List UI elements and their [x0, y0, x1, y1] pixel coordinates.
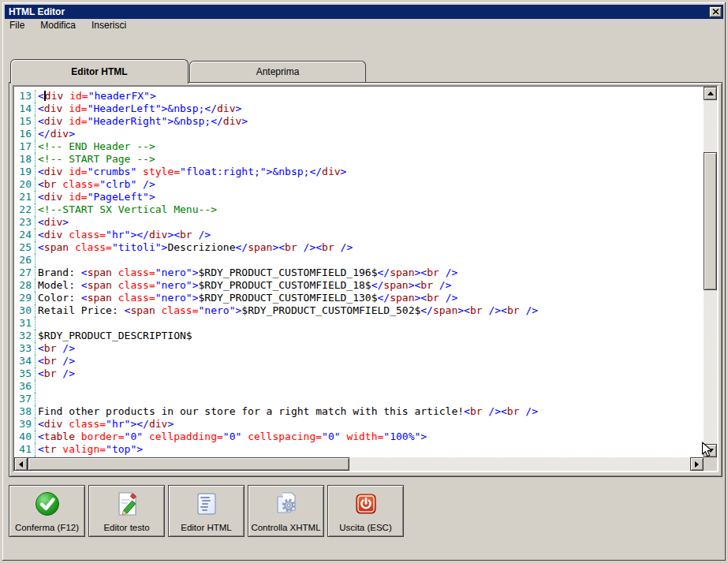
check-xhtml-gear-icon	[273, 490, 300, 518]
code-editor[interactable]: 13<div id="headerFX">14<div id="HeaderLe…	[13, 85, 719, 472]
code-line[interactable]: 20<br class="clrb" />	[14, 178, 704, 191]
editor-html-label: Editor HTML	[181, 523, 232, 532]
code-line[interactable]: 26	[14, 254, 704, 267]
scroll-up-button[interactable]	[704, 87, 717, 100]
menu-modifica[interactable]: Modifica	[35, 19, 80, 32]
editor-html-button[interactable]: Editor HTML	[168, 485, 245, 537]
code-line-content: $RDY_PRODUCT_DESCRIPTION$	[35, 330, 192, 342]
tab-editor-html[interactable]: Editor HTML	[10, 59, 189, 84]
code-line[interactable]: 32$RDY_PRODUCT_DESCRIPTION$	[14, 330, 704, 342]
menu-inserisci[interactable]: Inserisci	[87, 19, 131, 32]
code-line-content: <div class="hr"></div><br />	[35, 229, 211, 241]
code-line-content: <br class="clrb" />	[35, 178, 155, 191]
line-number: 36	[14, 380, 35, 393]
exit-power-icon	[353, 490, 379, 518]
line-number: 22	[14, 203, 35, 216]
line-number: 23	[14, 216, 35, 229]
code-line[interactable]: 13<div id="headerFX">	[14, 90, 704, 103]
line-number: 41	[14, 443, 35, 456]
code-line-content: <tr valign="top">	[35, 443, 143, 456]
code-line[interactable]: 17<!-- END Header -->	[14, 140, 704, 153]
conferma-label: Conferma (F12)	[15, 523, 79, 532]
line-number: 38	[14, 405, 35, 418]
code-line-content: Retail Price: <span class="nero">$RDY_PR…	[35, 304, 538, 317]
code-line-content	[35, 393, 38, 405]
code-line[interactable]: 16</div>	[14, 128, 704, 140]
code-line-content	[35, 380, 38, 393]
arrow-up-icon	[707, 91, 714, 95]
controlla-xhtml-label: Controlla XHTML	[251, 523, 320, 532]
code-line[interactable]: 39<div class="hr"></div>	[14, 418, 704, 431]
uscita-button[interactable]: Uscita (ESC)	[327, 485, 404, 537]
tab-anteprima[interactable]: Anteprima	[189, 61, 366, 82]
code-line[interactable]: 18<!-- START Page -->	[14, 153, 704, 166]
code-line-content: <!-- START Page -->	[35, 153, 155, 166]
menu-file[interactable]: File	[5, 19, 29, 32]
line-number: 16	[14, 128, 35, 140]
editor-testo-label: Editor testo	[103, 523, 149, 532]
code-line[interactable]: 33<br />	[14, 342, 704, 355]
line-number: 40	[14, 431, 35, 443]
line-number: 29	[14, 292, 35, 304]
line-number: 14	[14, 103, 35, 115]
code-line[interactable]: 36	[14, 380, 704, 393]
line-number: 20	[14, 178, 35, 191]
code-line-content: <br />	[35, 342, 75, 355]
code-line[interactable]: 21<div id="PageLeft">	[14, 191, 704, 203]
line-number: 30	[14, 304, 35, 317]
horizontal-scroll-thumb[interactable]	[28, 457, 349, 471]
code-line-content: <div id="headerFX">	[35, 90, 156, 103]
line-number: 24	[14, 229, 35, 241]
close-button[interactable]	[709, 6, 722, 17]
code-line[interactable]: 35<br />	[14, 367, 704, 380]
tab-editor-html-label: Editor HTML	[71, 66, 127, 77]
code-line[interactable]: 41<tr valign="top">	[14, 443, 704, 456]
scroll-left-button[interactable]	[14, 457, 28, 471]
code-line[interactable]: 24<div class="hr"></div><br />	[14, 229, 704, 241]
code-line[interactable]: 23<div>	[14, 216, 704, 229]
line-number: 15	[14, 115, 35, 128]
code-line[interactable]: 40<table border="0" cellpadding="0" cell…	[14, 431, 704, 443]
code-line[interactable]: 15<div id="HeaderRight">&nbsp;</div>	[14, 115, 704, 128]
line-number: 17	[14, 140, 35, 153]
line-number: 26	[14, 254, 35, 267]
code-line-content: <div id="HeaderRight">&nbsp;</div>	[35, 115, 248, 128]
line-number: 18	[14, 153, 35, 166]
code-line[interactable]: 38Find other products in our store for a…	[14, 405, 704, 418]
code-line[interactable]: 19<div id="crumbs" style="float:right;">…	[14, 166, 704, 178]
code-line-content: </div>	[35, 128, 75, 140]
line-number: 19	[14, 166, 35, 178]
code-line-content: <br />	[35, 367, 75, 380]
code-line-content	[35, 254, 38, 267]
vertical-scroll-thumb[interactable]	[704, 152, 717, 290]
code-line[interactable]: 30Retail Price: <span class="nero">$RDY_…	[14, 304, 704, 317]
editor-testo-button[interactable]: Editor testo	[88, 485, 165, 537]
code-line[interactable]: 28Model: <span class="nero">$RDY_PRODUCT…	[14, 279, 704, 292]
conferma-button[interactable]: Conferma (F12)	[9, 485, 85, 537]
line-number: 34	[14, 355, 35, 367]
controlla-xhtml-button[interactable]: Controlla XHTML	[248, 485, 324, 537]
title-bar[interactable]: HTML Editor	[5, 5, 723, 19]
vertical-scrollbar[interactable]	[704, 87, 717, 457]
code-line-content: <div id="crumbs" style="float:right;">&n…	[35, 166, 346, 178]
mouse-cursor	[701, 442, 713, 462]
code-line[interactable]: 27Brand: <span class="nero">$RDY_PRODUCT…	[14, 267, 704, 279]
arrow-right-icon	[695, 461, 699, 468]
code-line[interactable]: 31	[14, 317, 704, 330]
code-line-content: <span class="titoli">Descrizione</span><…	[35, 241, 353, 254]
horizontal-scrollbar[interactable]	[14, 457, 704, 471]
code-lines[interactable]: 13<div id="headerFX">14<div id="HeaderLe…	[14, 87, 704, 457]
code-line[interactable]: 25<span class="titoli">Descrizione</span…	[14, 241, 704, 254]
html-editor-list-icon	[193, 490, 220, 518]
line-number: 33	[14, 342, 35, 355]
code-line[interactable]: 14<div id="HeaderLeft">&nbsp;</div>	[14, 103, 704, 115]
code-line[interactable]: 22<!--START SX Vertical Menu-->	[14, 203, 704, 216]
code-line[interactable]: 34<br />	[14, 355, 704, 367]
tab-anteprima-label: Anteprima	[256, 66, 300, 77]
confirm-check-icon	[34, 490, 61, 518]
code-line[interactable]: 29Color: <span class="nero">$RDY_PRODUCT…	[14, 292, 704, 304]
line-number: 35	[14, 367, 35, 380]
code-line[interactable]: 37	[14, 393, 704, 405]
code-line-content: <!--START SX Vertical Menu-->	[35, 203, 217, 216]
line-number: 21	[14, 191, 35, 203]
